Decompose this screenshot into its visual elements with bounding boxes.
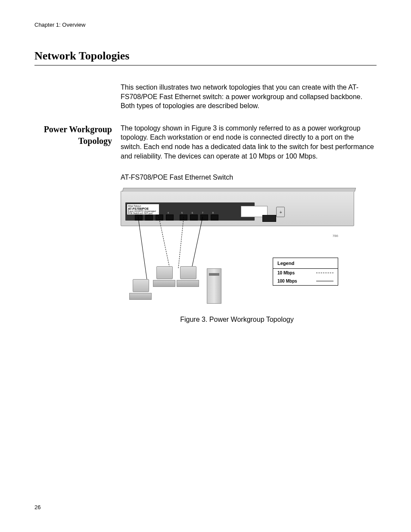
dashed-line-icon — [316, 273, 333, 273]
legend-row-10mbps: 10 Mbps — [273, 269, 338, 277]
switch-label-panel: Allied Telesyn AT-FS708/POE 8-port 10/10… — [127, 204, 159, 215]
port-4-icon: 4 — [166, 215, 174, 221]
switch-icon: Allied Telesyn AT-FS708/POE 8-port 10/10… — [121, 191, 354, 226]
subsection-power-workgroup: Power Workgroup Topology The topology sh… — [34, 124, 377, 161]
topology-diagram: Allied Telesyn AT-FS708/POE 8-port 10/10… — [121, 187, 353, 307]
section-title: Network Topologies — [34, 50, 377, 65]
legend-box: Legend 10 Mbps 100 Mbps — [273, 258, 338, 286]
workstation-3-icon — [177, 266, 200, 290]
page-number: 26 — [34, 504, 40, 510]
subsection-body: The topology shown in Figure 3 is common… — [121, 124, 377, 161]
legend-label-10mbps: 10 Mbps — [277, 271, 295, 275]
intro-paragraph: This section illustrates two network top… — [121, 83, 377, 111]
port-6-icon: 6 — [190, 215, 198, 221]
port-8-icon: 8 — [211, 215, 218, 221]
subsection-label: Power Workgroup Topology — [34, 124, 112, 161]
chapter-header: Chapter 1: Overview — [34, 22, 377, 28]
ground-icon: ⏚ — [276, 207, 285, 217]
solid-line-icon — [316, 281, 333, 281]
figure-3: AT-FS708/POE Fast Ethernet Switch Allied… — [121, 174, 377, 324]
figure-caption: Figure 3. Power Workgroup Topology — [121, 316, 353, 324]
sfp-slot-icon — [262, 215, 276, 222]
diagram-ref-number: 786 — [333, 234, 338, 238]
cable-100mbps-1 — [138, 217, 147, 281]
switch-subtitle: 8-port 10/100TX Unmanaged POE Switch w/1… — [128, 210, 158, 215]
legend-row-100mbps: 100 Mbps — [273, 277, 338, 285]
workstation-1-icon — [129, 279, 153, 303]
legend-label-100mbps: 100 Mbps — [277, 279, 297, 283]
server-tower-icon — [207, 268, 221, 304]
legend-title: Legend — [273, 258, 338, 269]
workstation-2-icon — [153, 266, 177, 290]
figure-device-label: AT-FS708/POE Fast Ethernet Switch — [121, 174, 377, 181]
port-2-icon: 2 — [145, 215, 153, 221]
